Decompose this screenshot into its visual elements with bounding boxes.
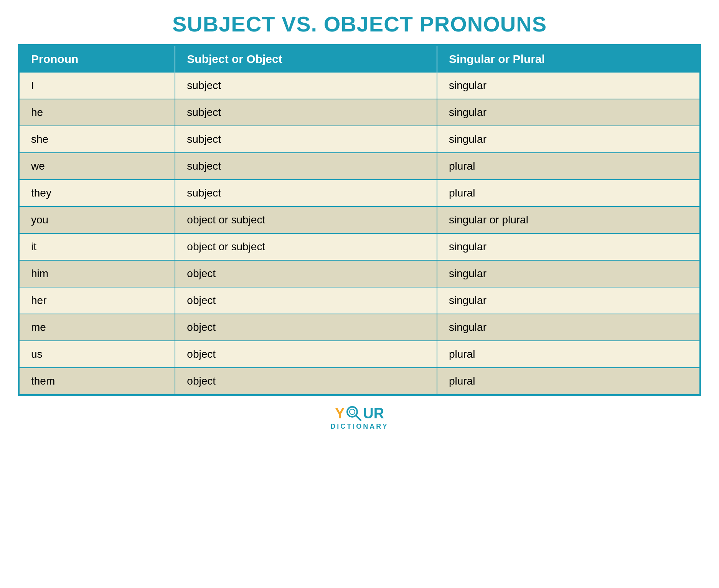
singular-plural-cell: singular or plural	[437, 206, 699, 233]
subject-object-cell: subject	[175, 180, 437, 206]
table-row: himobjectsingular	[20, 260, 699, 287]
pronouns-table-container: Pronoun Subject or Object Singular or Pl…	[18, 44, 701, 396]
singular-plural-cell: plural	[437, 341, 699, 368]
table-row: Isubjectsingular	[20, 73, 699, 99]
subject-object-cell: object	[175, 341, 437, 368]
pronoun-cell: he	[20, 99, 175, 126]
table-row: itobject or subjectsingular	[20, 233, 699, 260]
singular-plural-cell: singular	[437, 73, 699, 99]
pronoun-cell: she	[20, 126, 175, 153]
header-singular-plural: Singular or Plural	[437, 46, 699, 73]
subject-object-cell: object	[175, 287, 437, 314]
logo-y-letter: Y	[335, 406, 345, 421]
table-row: hesubjectsingular	[20, 99, 699, 126]
table-row: shesubjectsingular	[20, 126, 699, 153]
pronouns-table: Pronoun Subject or Object Singular or Pl…	[20, 46, 699, 394]
pronoun-cell: them	[20, 368, 175, 394]
logo-magnifier-icon	[345, 405, 362, 422]
singular-plural-cell: singular	[437, 99, 699, 126]
table-row: youobject or subjectsingular or plural	[20, 206, 699, 233]
singular-plural-cell: singular	[437, 314, 699, 341]
singular-plural-cell: singular	[437, 260, 699, 287]
singular-plural-cell: plural	[437, 153, 699, 180]
singular-plural-cell: plural	[437, 180, 699, 206]
logo-ur-letters: UR	[363, 406, 384, 421]
pronoun-cell: her	[20, 287, 175, 314]
subject-object-cell: object	[175, 260, 437, 287]
subject-object-cell: subject	[175, 126, 437, 153]
singular-plural-cell: singular	[437, 287, 699, 314]
subject-object-cell: subject	[175, 73, 437, 99]
pronoun-cell: him	[20, 260, 175, 287]
pronoun-cell: it	[20, 233, 175, 260]
pronoun-cell: you	[20, 206, 175, 233]
svg-line-1	[356, 415, 361, 420]
table-row: theysubjectplural	[20, 180, 699, 206]
pronoun-cell: me	[20, 314, 175, 341]
subject-object-cell: subject	[175, 153, 437, 180]
page-title: SUBJECT VS. OBJECT PRONOUNS	[172, 12, 547, 36]
table-header-row: Pronoun Subject or Object Singular or Pl…	[20, 46, 699, 73]
subject-object-cell: object or subject	[175, 206, 437, 233]
pronoun-cell: we	[20, 153, 175, 180]
header-pronoun: Pronoun	[20, 46, 175, 73]
pronoun-cell: I	[20, 73, 175, 99]
subject-object-cell: object	[175, 368, 437, 394]
yourdictionary-logo: Y UR DICTIONARY	[330, 405, 388, 431]
table-row: usobjectplural	[20, 341, 699, 368]
table-row: wesubjectplural	[20, 153, 699, 180]
pronoun-cell: us	[20, 341, 175, 368]
logo-dictionary-text: DICTIONARY	[330, 423, 388, 431]
table-row: themobjectplural	[20, 368, 699, 394]
header-subject-object: Subject or Object	[175, 46, 437, 73]
singular-plural-cell: singular	[437, 233, 699, 260]
table-row: herobjectsingular	[20, 287, 699, 314]
footer: Y UR DICTIONARY	[330, 405, 388, 431]
subject-object-cell: object or subject	[175, 233, 437, 260]
singular-plural-cell: singular	[437, 126, 699, 153]
singular-plural-cell: plural	[437, 368, 699, 394]
table-row: meobjectsingular	[20, 314, 699, 341]
pronoun-cell: they	[20, 180, 175, 206]
subject-object-cell: subject	[175, 99, 437, 126]
subject-object-cell: object	[175, 314, 437, 341]
